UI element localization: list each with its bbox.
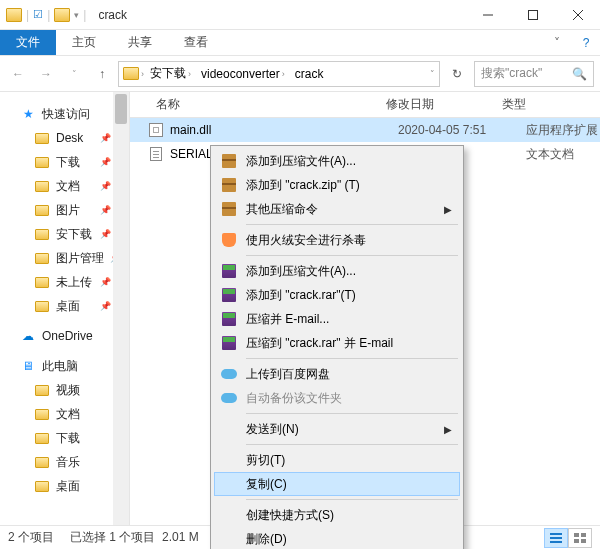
sidebar-item[interactable]: 图片管理📌	[0, 246, 129, 270]
menu-separator	[246, 224, 458, 225]
menu-item-label: 上传到百度网盘	[246, 366, 330, 383]
chevron-right-icon[interactable]: ›	[141, 69, 144, 79]
separator: |	[26, 8, 29, 22]
up-button[interactable]: ↑	[90, 62, 114, 86]
folder-icon	[6, 8, 22, 22]
sidebar-item[interactable]: Desk📌	[0, 126, 129, 150]
icons-view-button[interactable]	[568, 528, 592, 548]
menu-item-label: 其他压缩命令	[246, 201, 318, 218]
menu-item[interactable]: 压缩并 E-mail...	[214, 307, 460, 331]
breadcrumb-segment[interactable]: videoconverter›	[197, 67, 289, 81]
menu-item[interactable]: 删除(D)	[214, 527, 460, 549]
minimize-button[interactable]	[465, 0, 510, 30]
menu-item-label: 删除(D)	[246, 531, 287, 548]
folder-icon	[34, 382, 50, 398]
rar-icon	[220, 334, 238, 352]
menu-item[interactable]: 上传到百度网盘	[214, 362, 460, 386]
search-input[interactable]: 搜索"crack" 🔍	[474, 61, 594, 87]
scrollbar-thumb[interactable]	[115, 94, 127, 124]
menu-item[interactable]: 发送到(N)▶	[214, 417, 460, 441]
menu-item-label: 使用火绒安全进行杀毒	[246, 232, 366, 249]
menu-item[interactable]: 添加到压缩文件(A)...	[214, 259, 460, 283]
help-icon[interactable]: ?	[572, 30, 600, 55]
sidebar-item[interactable]: 桌面📌	[0, 294, 129, 318]
context-menu[interactable]: 添加到压缩文件(A)...添加到 "crack.zip" (T)其他压缩命令▶使…	[210, 145, 464, 549]
expand-ribbon-icon[interactable]: ˅	[542, 30, 572, 55]
submenu-arrow-icon: ▶	[444, 424, 452, 435]
item-count: 2 个项目	[8, 529, 54, 546]
sidebar-item[interactable]: 下载📌	[0, 150, 129, 174]
dropdown-icon[interactable]: ▾	[74, 10, 79, 20]
navigation-pane[interactable]: ★快速访问Desk📌下载📌文档📌图片📌安下载📌图片管理📌未上传📌桌面📌☁OneD…	[0, 92, 130, 525]
breadcrumb-segment[interactable]: 安下载›	[146, 65, 195, 82]
tab-home[interactable]: 主页	[56, 30, 112, 55]
close-button[interactable]	[555, 0, 600, 30]
menu-item-label: 添加到 "crack.zip" (T)	[246, 177, 360, 194]
sidebar-item[interactable]: 未上传📌	[0, 270, 129, 294]
menu-item-label: 复制(C)	[246, 476, 287, 493]
sidebar-item[interactable]: 图片📌	[0, 198, 129, 222]
tab-view[interactable]: 查看	[168, 30, 224, 55]
pin-icon: 📌	[100, 133, 111, 143]
sidebar-item[interactable]: 桌面	[0, 474, 129, 498]
folder-icon[interactable]	[54, 8, 70, 22]
onedrive-icon: ☁	[20, 328, 36, 344]
sidebar-item[interactable]: 视频	[0, 378, 129, 402]
details-view-button[interactable]	[544, 528, 568, 548]
sidebar-item-label: 图片管理	[56, 250, 104, 267]
menu-item[interactable]: 其他压缩命令▶	[214, 197, 460, 221]
menu-separator	[246, 413, 458, 414]
menu-item-label: 发送到(N)	[246, 421, 299, 438]
scrollbar[interactable]	[113, 92, 129, 525]
back-button[interactable]: ←	[6, 62, 30, 86]
folder-icon	[34, 430, 50, 446]
forward-button[interactable]: →	[34, 62, 58, 86]
menu-item[interactable]: 添加到 "crack.zip" (T)	[214, 173, 460, 197]
ribbon-tabs: 文件 主页 共享 查看 ˅ ?	[0, 30, 600, 56]
breadcrumb-segment[interactable]: crack	[291, 67, 328, 81]
sidebar-item-label: 文档	[56, 178, 80, 195]
menu-separator	[246, 444, 458, 445]
column-name[interactable]: 名称	[138, 96, 386, 113]
folder-icon	[34, 454, 50, 470]
sidebar-item[interactable]: 音乐	[0, 450, 129, 474]
menu-item[interactable]: 压缩到 "crack.rar" 并 E-mail	[214, 331, 460, 355]
sidebar-item[interactable]: 🖥此电脑	[0, 354, 129, 378]
pin-icon: 📌	[100, 301, 111, 311]
file-row[interactable]: main.dll2020-04-05 7:51应用程序扩展	[130, 118, 600, 142]
tab-share[interactable]: 共享	[112, 30, 168, 55]
menu-item[interactable]: 剪切(T)	[214, 448, 460, 472]
sidebar-item[interactable]: 安下载📌	[0, 222, 129, 246]
menu-item[interactable]: 使用火绒安全进行杀毒	[214, 228, 460, 252]
menu-item[interactable]: 创建快捷方式(S)	[214, 503, 460, 527]
sidebar-item[interactable]: 下载	[0, 426, 129, 450]
column-date[interactable]: 修改日期	[386, 96, 502, 113]
folder-icon	[34, 154, 50, 170]
folder-icon	[34, 178, 50, 194]
sidebar-item[interactable]: 文档	[0, 402, 129, 426]
folder-icon	[34, 406, 50, 422]
folder-icon	[34, 478, 50, 494]
pin-icon: 📌	[100, 157, 111, 167]
quick-access-toolbar: | ☑ | ▾ |	[0, 8, 92, 22]
file-name: main.dll	[170, 123, 398, 137]
recent-dropdown[interactable]: ˅	[62, 62, 86, 86]
sidebar-item[interactable]: ★快速访问	[0, 102, 129, 126]
checkmark-icon[interactable]: ☑	[33, 8, 43, 21]
menu-item[interactable]: 添加到 "crack.rar"(T)	[214, 283, 460, 307]
sidebar-item-label: 此电脑	[42, 358, 78, 375]
svg-rect-4	[550, 533, 562, 535]
file-tab[interactable]: 文件	[0, 30, 56, 55]
sidebar-item[interactable]: ☁OneDrive	[0, 324, 129, 348]
column-type[interactable]: 类型	[502, 96, 600, 113]
sidebar-item-label: 安下载	[56, 226, 92, 243]
maximize-button[interactable]	[510, 0, 555, 30]
folder-icon	[34, 298, 50, 314]
menu-item[interactable]: 添加到压缩文件(A)...	[214, 149, 460, 173]
navigation-bar: ← → ˅ ↑ › 安下载› videoconverter› crack ˅ ↻…	[0, 56, 600, 92]
sidebar-item[interactable]: 文档📌	[0, 174, 129, 198]
refresh-button[interactable]: ↻	[444, 61, 470, 87]
address-bar[interactable]: › 安下载› videoconverter› crack ˅	[118, 61, 440, 87]
menu-item[interactable]: 复制(C)	[214, 472, 460, 496]
address-dropdown-icon[interactable]: ˅	[430, 69, 435, 79]
